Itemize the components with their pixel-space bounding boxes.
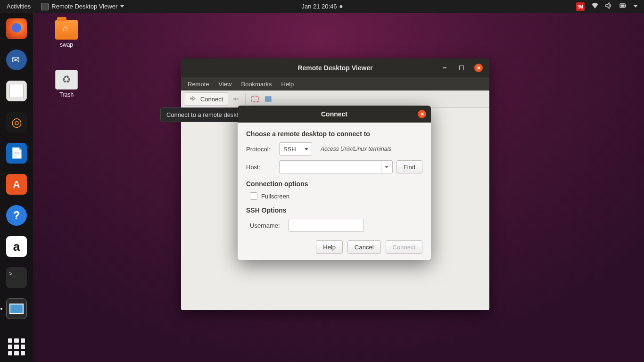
system-tray: !M [576,2,644,11]
menubar: Remote View Bookmarks Help [181,77,489,90]
dock-rhythmbox[interactable] [5,111,28,133]
desktop-icon-label: swap [50,41,83,48]
svg-rect-2 [621,5,625,7]
menu-bookmarks[interactable]: Bookmarks [241,81,272,88]
dialog-help-button[interactable]: Help [316,240,343,254]
find-button[interactable]: Find [396,160,422,173]
dock-amazon[interactable] [5,235,28,258]
dock-firefox[interactable] [5,17,28,40]
plug-icon [189,95,198,103]
firefox-icon [6,18,27,39]
dock-files[interactable] [5,80,28,102]
close-button[interactable]: ✕ [474,64,483,72]
system-menu-chevron-icon[interactable] [634,5,637,8]
toolbar-connect-label: Connect [200,96,223,103]
dock-libreoffice[interactable] [5,142,28,165]
remote-desktop-icon [6,298,27,319]
app-menu-label: Remote Desktop Viewer [51,3,117,10]
svg-rect-1 [625,5,626,7]
maximize-button[interactable] [457,64,466,72]
thunderbird-icon [6,49,27,70]
toolbar-screenshot-button[interactable] [263,93,274,105]
dialog-title: Connect [321,110,347,118]
host-label: Host: [246,164,275,171]
svg-rect-3 [252,96,258,102]
protocol-label: Protocol: [246,146,275,153]
menu-view[interactable]: View [219,81,232,88]
toolbar-disconnect-button[interactable] [230,93,241,105]
host-dropdown-button[interactable] [381,161,392,173]
battery-icon[interactable] [619,2,627,10]
menu-help[interactable]: Help [281,81,294,88]
dock-thunderbird[interactable] [5,49,28,71]
titlebar[interactable]: Remote Desktop Viewer ✕ [181,58,489,77]
desktop-icon-label: Trash [50,91,83,98]
toolbar-connect-button[interactable]: Connect [184,92,228,106]
dock-software[interactable] [5,173,28,196]
app-menu[interactable]: Remote Desktop Viewer [37,3,128,10]
menu-remote[interactable]: Remote [188,81,209,88]
dialog-connect-button[interactable]: Connect [386,240,422,254]
dialog-titlebar[interactable]: Connect ✕ [238,106,431,123]
dock [0,13,33,362]
dialog-close-button[interactable]: ✕ [418,110,426,118]
username-label: Username: [250,222,285,229]
toolbar-separator [245,93,246,105]
dialog-heading: Choose a remote desktop to connect to [246,130,422,138]
app-menu-icon [41,3,49,10]
libreoffice-icon [6,143,27,164]
dock-help[interactable] [5,204,28,227]
dock-terminal[interactable] [5,266,28,289]
top-panel: Activities Remote Desktop Viewer Jan 21 … [0,0,644,13]
fullscreen-checkbox[interactable] [250,192,257,200]
host-input[interactable] [280,161,381,173]
desktop-folder-swap[interactable]: swap [50,20,83,48]
trash-icon [55,70,78,90]
toolbar-fullscreen-button[interactable] [249,93,261,105]
files-icon [6,81,27,101]
host-combo [279,160,393,173]
rhythmbox-icon [6,112,27,132]
amazon-icon [6,236,27,257]
minimize-button[interactable] [440,64,449,72]
activities-button[interactable]: Activities [0,3,37,10]
dialog-cancel-button[interactable]: Cancel [347,240,380,254]
svg-rect-4 [265,97,271,101]
volume-icon[interactable] [605,2,613,10]
window-title: Remote Desktop Viewer [297,64,372,72]
terminal-icon [6,267,27,288]
folder-icon [55,20,78,40]
fullscreen-label: Fullscreen [261,193,289,200]
nomachine-icon[interactable]: !M [576,2,585,11]
protocol-value: SSH [283,146,296,153]
notification-dot-icon [340,5,343,8]
desktop-trash[interactable]: Trash [50,70,83,98]
protocol-select[interactable]: SSH [279,142,312,156]
username-input[interactable] [289,219,364,232]
software-icon [6,174,27,195]
help-icon [6,205,27,226]
connection-options-heading: Connection options [246,180,422,188]
chevron-down-icon [120,5,124,8]
network-icon[interactable] [591,2,599,10]
dock-remote-desktop-viewer[interactable] [5,297,28,320]
clock[interactable]: Jan 21 20:46 [301,3,342,10]
dialog-connect: Connect ✕ Choose a remote desktop to con… [238,106,431,260]
ssh-options-heading: SSH Options [246,206,422,214]
protocol-hint: Access Unix/Linux terminals [321,146,391,152]
clock-text: Jan 21 20:46 [301,3,337,10]
show-applications[interactable] [8,338,25,355]
